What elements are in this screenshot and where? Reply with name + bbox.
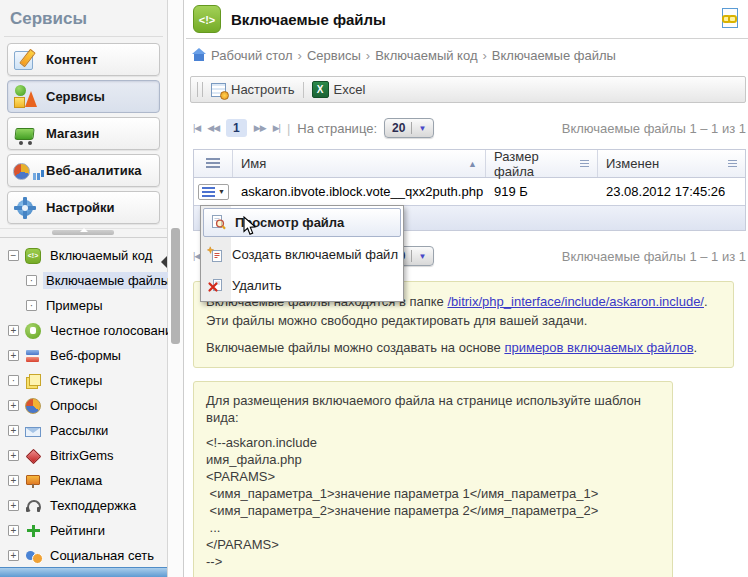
gem-icon	[25, 448, 41, 464]
column-header-modified[interactable]: Изменен	[598, 150, 745, 177]
tree-item-label[interactable]: Включаемые файлы	[43, 272, 173, 289]
current-page[interactable]: 1	[226, 119, 247, 137]
breadcrumb-item[interactable]: Сервисы	[307, 48, 361, 63]
tree-item[interactable]: +Честное голосование	[0, 318, 167, 343]
row-action-menu-button[interactable]: ▼	[198, 184, 229, 200]
tree-item[interactable]: +Опросы	[0, 393, 167, 418]
sidebar-splitter[interactable]	[0, 228, 167, 238]
tree-item-label[interactable]: Техподдержка	[47, 497, 139, 514]
folder-link[interactable]: /bitrix/php_interface/include/askaron.in…	[447, 294, 704, 309]
mouse-cursor	[243, 216, 257, 239]
next-page-button[interactable]: ▶▶	[254, 123, 266, 133]
breadcrumb-item[interactable]: Включаемые файлы	[492, 48, 616, 63]
page-titlebar: <!> Включаемые файлы	[186, 0, 748, 39]
column-header-size[interactable]: Размер файла	[486, 150, 598, 177]
tree-expander-plus-icon[interactable]: +	[8, 350, 19, 361]
sidebar-item-analytics[interactable]: Веб-аналитика	[7, 154, 160, 187]
tree-expander-minus-icon[interactable]: −	[8, 250, 19, 261]
tree-item[interactable]: ·Включаемые файлы	[0, 268, 167, 293]
tree-expander-plus-icon[interactable]: +	[8, 550, 19, 561]
tree-item-label[interactable]: Рассылки	[47, 422, 111, 439]
last-page-button[interactable]: ▶|	[273, 123, 280, 133]
tree-item-label[interactable]: Веб-формы	[47, 347, 124, 364]
main-content: <!> Включаемые файлы Рабочий стол › Серв…	[186, 0, 748, 577]
tree-item[interactable]: −Включаемый код	[0, 243, 167, 268]
menu-item-delete[interactable]: Удалить	[201, 270, 403, 301]
collapse-sidebar-icon[interactable]	[161, 256, 167, 268]
vote-icon	[25, 323, 41, 339]
column-menu-icon[interactable]	[728, 160, 737, 167]
configure-button[interactable]: Настроить	[211, 82, 295, 97]
tree-item-label[interactable]: BitrixGems	[47, 447, 117, 464]
configure-icon	[211, 83, 226, 97]
tree-expander-plus-icon[interactable]: +	[8, 400, 19, 411]
examples-link[interactable]: примеров включаемых файлов	[504, 340, 693, 355]
tree-expander-plus-icon[interactable]: +	[8, 425, 19, 436]
tree-expander-dot-icon[interactable]: ·	[26, 275, 37, 286]
tree-item[interactable]: +Рейтинги	[0, 518, 167, 543]
tree-item-label[interactable]: Включаемый код	[47, 247, 155, 264]
toolbar-grip[interactable]	[197, 82, 203, 97]
page-link-icon[interactable]	[722, 8, 738, 28]
favorites-panel-strip[interactable]	[0, 567, 167, 577]
tree-item[interactable]: +Веб-формы	[0, 343, 167, 368]
breadcrumb-item[interactable]: Включаемый код	[375, 48, 477, 63]
tree-item[interactable]: ·Стикеры	[0, 368, 167, 393]
sidebar-item-shop[interactable]: Магазин	[7, 117, 160, 150]
column-header-name[interactable]: Имя ▲	[233, 150, 486, 177]
tree-item-label[interactable]: Примеры	[43, 297, 106, 314]
first-page-button[interactable]: |◀	[193, 123, 200, 133]
template-code-line: <имя_параметра_2>значение параметра 2</и…	[206, 502, 660, 519]
breadcrumb: Рабочий стол › Сервисы › Включаемый код …	[186, 39, 748, 63]
tree-expander-dot-icon[interactable]: ·	[8, 375, 19, 386]
breadcrumb-separator: ›	[298, 48, 302, 63]
menu-item-view-file[interactable]: Просмотр файла	[203, 208, 401, 237]
table-menu-column[interactable]	[194, 150, 233, 177]
tree-item[interactable]: +Социальная сеть	[0, 543, 167, 568]
tree-item[interactable]: +Рассылки	[0, 418, 167, 443]
tree-item-label[interactable]: Реклама	[47, 472, 105, 489]
per-page-select[interactable]: 20 ▼	[384, 118, 434, 138]
panel-scrollbar[interactable]	[168, 0, 184, 577]
sidebar-title: Сервисы	[10, 9, 167, 29]
file-name-cell[interactable]: askaron.ibvote.iblock.vote__qxx2puth.php	[233, 184, 486, 199]
tree-item-label[interactable]: Рейтинги	[47, 522, 108, 539]
sidebar-item-label: Контент	[46, 52, 98, 67]
sidebar-item-settings[interactable]: Настройки	[7, 191, 160, 224]
tree-expander-plus-icon[interactable]: +	[8, 450, 19, 461]
sidebar-item-services[interactable]: Сервисы	[7, 80, 160, 113]
tree-expander-plus-icon[interactable]: +	[8, 325, 19, 336]
table-header: Имя ▲ Размер файла Изменен	[194, 150, 745, 178]
tree-item[interactable]: +Реклама	[0, 468, 167, 493]
menu-item-create-include-file[interactable]: Создать включаемый файл	[201, 239, 403, 270]
tree-item-label[interactable]: Опросы	[47, 397, 100, 414]
tree-item[interactable]: +BitrixGems	[0, 443, 167, 468]
excel-button[interactable]: X Excel	[312, 81, 366, 98]
settings-icon	[12, 195, 38, 221]
tree-item-label[interactable]: Социальная сеть	[47, 547, 157, 564]
shop-icon	[12, 121, 38, 147]
sort-asc-icon[interactable]: ▲	[468, 159, 477, 169]
tree-expander-dot-icon[interactable]: ·	[26, 300, 37, 311]
breadcrumb-item[interactable]: Рабочий стол	[211, 48, 293, 63]
sidebar-menu: Контент Сервисы Магазин Веб-аналитика На…	[0, 43, 167, 224]
column-menu-icon[interactable]	[580, 160, 589, 167]
scrollbar-thumb[interactable]	[171, 228, 180, 344]
tree-item[interactable]: +Техподдержка	[0, 493, 167, 518]
tree-expander-plus-icon[interactable]: +	[8, 500, 19, 511]
tree-item-label[interactable]: Честное голосование	[47, 322, 183, 339]
records-summary: Включаемые файлы 1 – 1 из 1	[562, 121, 746, 136]
sidebar-item-content[interactable]: Контент	[7, 43, 160, 76]
template-code-line: <имя_параметра_1>значение параметра 1</и…	[206, 485, 660, 502]
tree-item-label[interactable]: Стикеры	[47, 372, 105, 389]
ratings-icon	[25, 523, 41, 539]
prev-page-button[interactable]: ◀◀	[207, 123, 219, 133]
tree-expander-plus-icon[interactable]: +	[8, 525, 19, 536]
sidebar: Сервисы Контент Сервисы Магазин Веб-анал…	[0, 0, 168, 577]
tree-expander-plus-icon[interactable]: +	[8, 475, 19, 486]
home-icon[interactable]	[194, 54, 204, 61]
tree-item[interactable]: ·Примеры	[0, 293, 167, 318]
chevron-down-icon: ▼	[418, 124, 426, 133]
template-intro: Для размещения включаемого файла на стра…	[206, 392, 660, 426]
row-menu-icon	[202, 187, 215, 197]
